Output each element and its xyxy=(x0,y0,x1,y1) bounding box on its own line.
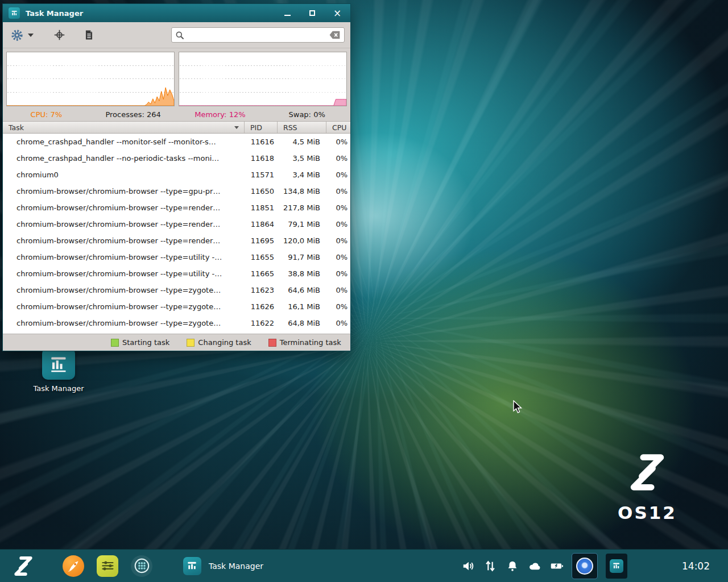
chromium-icon xyxy=(576,558,593,575)
mixer-settings-icon[interactable] xyxy=(97,555,118,577)
cell-rss: 120,0 MiB xyxy=(277,236,326,245)
cell-pid: 11618 xyxy=(244,154,277,163)
cell-rss: 91,7 MiB xyxy=(277,253,326,261)
memory-graph-area xyxy=(179,99,346,106)
taskmanager-icon xyxy=(42,348,75,380)
table-row[interactable]: chrome_crashpad_handler --monitor-self -… xyxy=(3,134,350,150)
table-row[interactable]: chromium-browser/chromium-browser --type… xyxy=(3,183,350,199)
table-row[interactable]: chromium-browser/chromium-browser --type… xyxy=(3,232,350,249)
search-box xyxy=(171,27,345,43)
swap-stat: Swap: 0% xyxy=(263,110,350,119)
cell-rss: 38,8 MiB xyxy=(277,269,326,278)
cell-pid: 11864 xyxy=(244,220,277,228)
cell-rss: 79,1 MiB xyxy=(277,220,326,228)
taskmanager-window: Task Manager × xyxy=(2,3,351,351)
cloud-icon[interactable] xyxy=(528,559,541,573)
rocket-launcher-icon[interactable] xyxy=(63,555,84,577)
memory-stat: Memory: 12% xyxy=(177,110,264,119)
cell-cpu: 0% xyxy=(326,319,350,327)
crosshair-icon xyxy=(53,29,65,41)
clear-search-icon[interactable] xyxy=(329,31,341,39)
minimize-button[interactable] xyxy=(282,8,292,18)
cell-cpu: 0% xyxy=(326,187,350,196)
cell-task: chromium-browser/chromium-browser --type… xyxy=(3,269,244,278)
taskbar-os-menu-button[interactable] xyxy=(10,553,36,579)
system-tray xyxy=(461,554,627,579)
terminating-task-swatch xyxy=(268,339,276,347)
os-brand-text: OS12 xyxy=(602,502,693,523)
table-row[interactable]: chromium-browser/chromium-browser --type… xyxy=(3,298,350,315)
log-button[interactable] xyxy=(80,27,97,44)
cell-task: chromium-browser/chromium-browser --type… xyxy=(3,187,244,196)
cell-rss: 217,8 MiB xyxy=(277,203,326,212)
starting-task-swatch xyxy=(111,339,119,347)
cell-task: chromium-browser/chromium-browser --type… xyxy=(3,253,244,261)
maximize-button[interactable] xyxy=(307,8,317,18)
table-row[interactable]: chromium-browser/chromium-browser --type… xyxy=(3,199,350,216)
column-header-cpu[interactable]: CPU xyxy=(326,122,350,133)
cell-task: chromium-browser/chromium-browser --type… xyxy=(3,203,244,212)
volume-icon[interactable] xyxy=(461,559,475,573)
cell-task: chrome_crashpad_handler --monitor-self -… xyxy=(3,138,244,146)
settings-button[interactable] xyxy=(9,27,26,44)
cell-cpu: 0% xyxy=(326,154,350,163)
column-header-pid[interactable]: PID xyxy=(244,122,277,133)
cell-cpu: 0% xyxy=(326,236,350,245)
legend-changing: Changing task xyxy=(187,338,251,347)
taskbar-window-label: Task Manager xyxy=(209,562,263,571)
cell-rss: 64,8 MiB xyxy=(277,319,326,327)
table-row[interactable]: chrome_crashpad_handler --no-periodic-ta… xyxy=(3,150,350,167)
taskbar-window-button[interactable]: Task Manager xyxy=(177,555,269,577)
window-controls: × xyxy=(282,8,342,18)
cell-pid: 11626 xyxy=(244,302,277,311)
sort-descending-icon xyxy=(234,126,239,129)
cell-cpu: 0% xyxy=(326,302,350,311)
window-app-icon xyxy=(9,7,20,19)
cell-rss: 3,5 MiB xyxy=(277,154,326,163)
process-picker-button[interactable] xyxy=(51,27,68,44)
cell-pid: 11623 xyxy=(244,286,277,294)
process-rows: chrome_crashpad_handler --monitor-self -… xyxy=(3,134,350,334)
table-row[interactable]: chromium-browser/chromium-browser --type… xyxy=(3,282,350,298)
minimize-icon xyxy=(284,15,291,16)
close-button[interactable]: × xyxy=(332,8,342,18)
cell-pid: 11695 xyxy=(244,236,277,245)
table-row[interactable]: chromium-browser/chromium-browser --type… xyxy=(3,249,350,265)
cell-pid: 11616 xyxy=(244,138,277,146)
stats-row: CPU: 7% Processes: 264 Memory: 12% Swap:… xyxy=(3,107,350,121)
memory-graph xyxy=(179,52,347,106)
cell-cpu: 0% xyxy=(326,286,350,294)
cell-pid: 11665 xyxy=(244,269,277,278)
search-input[interactable] xyxy=(187,31,329,39)
desktop-shortcut-taskmanager[interactable]: Task Manager xyxy=(27,348,90,393)
table-row[interactable]: chromium-browser/chromium-browser --type… xyxy=(3,216,350,232)
cell-cpu: 0% xyxy=(326,171,350,179)
app-grid-icon[interactable] xyxy=(131,555,152,577)
battery-icon[interactable] xyxy=(550,559,564,573)
changing-task-swatch xyxy=(187,339,195,347)
settings-dropdown-button[interactable] xyxy=(26,27,36,44)
table-row[interactable]: chromium-browser/chromium-browser --type… xyxy=(3,265,350,282)
column-header-task[interactable]: Task xyxy=(3,122,244,133)
cpu-stat: CPU: 7% xyxy=(3,110,90,119)
taskbar-clock[interactable]: 14:02 xyxy=(682,560,710,572)
cell-task: chromium-browser/chromium-browser --type… xyxy=(3,286,244,294)
notifications-bell-icon[interactable] xyxy=(506,559,519,573)
column-header-rss[interactable]: RSS xyxy=(277,122,326,133)
cell-rss: 16,1 MiB xyxy=(277,302,326,311)
cell-cpu: 0% xyxy=(326,253,350,261)
chevron-down-icon xyxy=(28,34,34,37)
cell-rss: 4,5 MiB xyxy=(277,138,326,146)
maximize-icon xyxy=(309,10,315,16)
cell-cpu: 0% xyxy=(326,220,350,228)
cell-task: chromium-browser/chromium-browser --type… xyxy=(3,220,244,228)
tray-chromium-window[interactable] xyxy=(572,554,597,579)
legend-terminating: Terminating task xyxy=(268,338,341,347)
table-row[interactable]: chromium-browser/chromium-browser --type… xyxy=(3,315,350,331)
tray-taskmanager-window[interactable] xyxy=(606,554,627,579)
window-titlebar[interactable]: Task Manager × xyxy=(3,4,350,22)
graphs-area xyxy=(3,48,350,107)
table-row[interactable]: chromium0115713,4 MiB0% xyxy=(3,167,350,183)
search-icon xyxy=(175,31,184,40)
io-arrows-icon[interactable] xyxy=(483,559,497,573)
